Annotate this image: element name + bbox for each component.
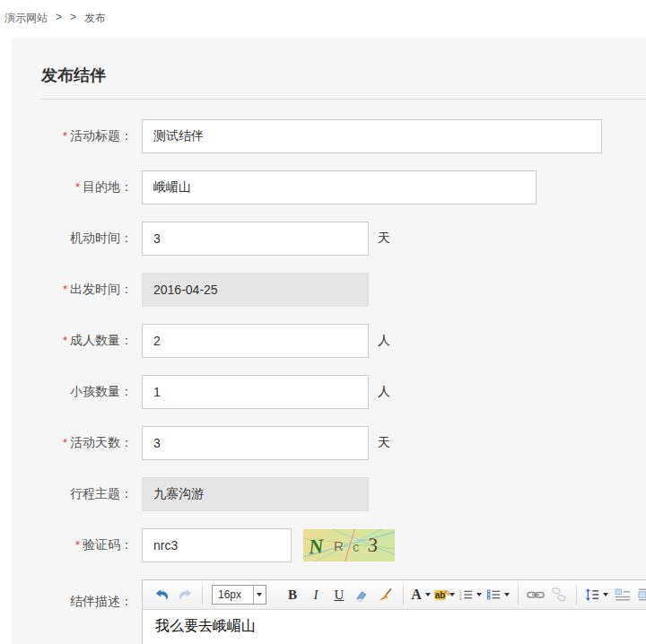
field-row-activity-days: *活动天数： 天 <box>40 426 646 460</box>
field-label: *验证码： <box>40 537 142 553</box>
field-row-flexible-time: 机动时间： 天 <box>40 222 646 256</box>
activity-days-input[interactable] <box>142 426 369 460</box>
required-asterisk: * <box>63 334 67 347</box>
chevron-down-icon <box>603 593 608 596</box>
field-row-captcha: *验证码： N R c 3 <box>40 528 646 562</box>
publish-panel: 发布结伴 *活动标题： *目的地： 机动时间： 天 *出发时间： *成人数量： … <box>12 38 646 644</box>
insert-link-icon[interactable] <box>526 584 546 605</box>
underline-button[interactable]: U <box>329 584 349 605</box>
fontsize-value: 16px <box>213 588 253 601</box>
breadcrumb-separator: > <box>70 11 76 23</box>
field-row-adult-count: *成人数量： 人 <box>40 324 646 358</box>
captcha-input[interactable] <box>142 528 292 562</box>
chevron-down-icon <box>504 593 510 596</box>
field-row-destination: *目的地： <box>40 170 646 205</box>
bullet-list-button[interactable] <box>486 584 511 605</box>
indent-paragraph-icon[interactable] <box>636 584 646 605</box>
chevron-down-icon <box>476 593 482 596</box>
field-row-description: 结伴描述： 16px B <box>40 579 646 644</box>
indent-first-line-icon[interactable] <box>613 584 633 605</box>
editor-content[interactable]: 我么要去峨嵋山 <box>143 610 646 644</box>
unit-label-days: 天 <box>378 435 390 451</box>
toolbar-separator <box>518 586 519 605</box>
adult-count-input[interactable] <box>142 324 369 358</box>
captcha-letter: 3 <box>367 534 379 557</box>
field-label: *出发时间： <box>40 282 142 298</box>
captcha-letter: c <box>353 539 360 554</box>
departure-date-input[interactable] <box>142 273 369 307</box>
captcha-letter: N <box>307 535 326 558</box>
undo-icon[interactable] <box>152 584 171 605</box>
bold-button[interactable]: B <box>283 584 302 605</box>
field-row-activity-title: *活动标题： <box>40 119 646 153</box>
toolbar-separator <box>403 586 404 605</box>
required-asterisk: * <box>63 436 67 449</box>
eraser-icon[interactable] <box>353 584 372 605</box>
captcha-image[interactable]: N R c 3 <box>303 529 395 561</box>
field-label: *成人数量： <box>40 333 142 349</box>
required-asterisk: * <box>63 129 67 143</box>
page-title: 发布结伴 <box>40 65 646 100</box>
toolbar-separator <box>202 586 203 605</box>
required-asterisk: * <box>75 180 80 194</box>
svg-text:3: 3 <box>459 597 461 601</box>
pencil-icon: ✎ <box>444 588 451 598</box>
toolbar-separator <box>576 586 577 605</box>
publish-form: *活动标题： *目的地： 机动时间： 天 *出发时间： *成人数量： 人 小孩数… <box>40 119 646 644</box>
flexible-time-input[interactable] <box>142 222 369 256</box>
captcha-letter: R <box>334 538 344 553</box>
editor-toolbar: 16px B I U <box>143 580 646 610</box>
destination-input[interactable] <box>142 170 537 205</box>
unit-label-people: 人 <box>378 333 390 349</box>
field-label: *目的地： <box>40 179 142 196</box>
font-color-button[interactable]: A <box>411 584 431 605</box>
field-row-trip-theme: 行程主题： <box>40 477 646 511</box>
chevron-down-icon <box>253 586 266 604</box>
highlight-color-button[interactable]: ab✎ <box>434 584 455 605</box>
breadcrumb-current[interactable]: 发布 <box>84 11 106 26</box>
field-label: 机动时间： <box>40 231 142 247</box>
ordered-list-button[interactable]: 1 2 3 <box>458 584 483 605</box>
field-row-child-count: 小孩数量： 人 <box>40 375 646 409</box>
italic-button[interactable]: I <box>306 584 326 605</box>
breadcrumb: 演示网站 > > 发布 <box>0 0 646 38</box>
required-asterisk: * <box>63 283 67 296</box>
field-label: 结伴描述： <box>40 579 142 610</box>
required-asterisk: * <box>75 538 80 552</box>
activity-title-input[interactable] <box>142 119 602 153</box>
field-label: 小孩数量： <box>40 384 142 400</box>
redo-icon[interactable] <box>175 584 195 605</box>
line-height-button[interactable] <box>584 584 609 605</box>
unit-label-days: 天 <box>378 231 390 247</box>
trip-theme-input[interactable] <box>142 477 369 511</box>
breadcrumb-separator: > <box>56 11 62 23</box>
child-count-input[interactable] <box>142 375 369 409</box>
format-brush-icon[interactable] <box>376 584 396 605</box>
remove-link-icon[interactable] <box>549 584 569 605</box>
fontsize-select[interactable]: 16px <box>212 585 266 605</box>
unit-label-people: 人 <box>378 384 390 400</box>
chevron-down-icon <box>425 593 431 596</box>
field-row-departure-date: *出发时间： <box>40 273 646 307</box>
field-label: *活动天数： <box>40 435 142 451</box>
breadcrumb-home[interactable]: 演示网站 <box>4 11 48 26</box>
field-label: 行程主题： <box>40 486 142 502</box>
rich-text-editor: 16px B I U <box>142 579 646 644</box>
field-label: *活动标题： <box>40 128 142 144</box>
